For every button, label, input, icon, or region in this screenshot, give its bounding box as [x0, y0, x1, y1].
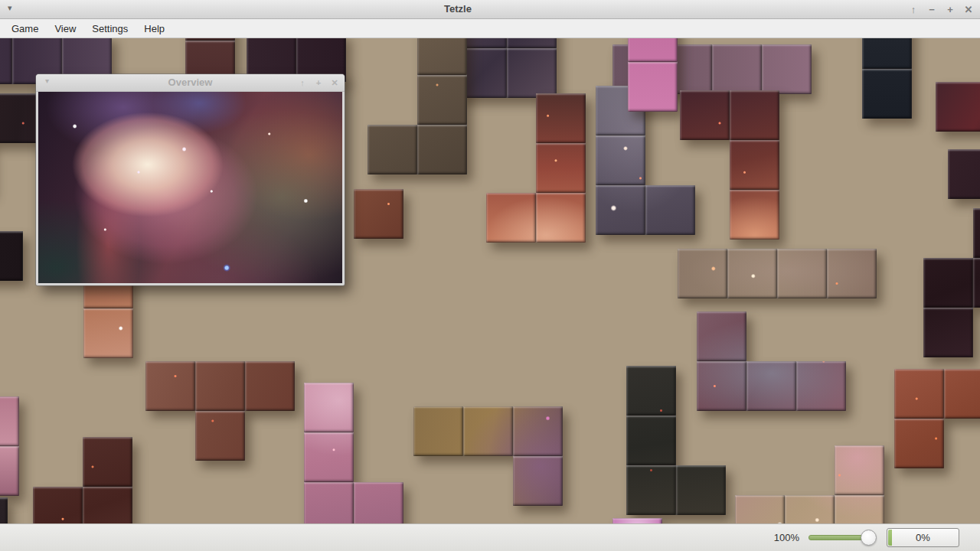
completion-progress-bar: 0%	[887, 528, 959, 547]
overview-close-button[interactable]: ✕	[330, 78, 339, 88]
piece-tile	[894, 419, 944, 468]
puzzle-piece-i-left[interactable]	[0, 396, 19, 496]
piece-tile	[796, 361, 846, 411]
piece-tile	[513, 406, 563, 456]
piece-tile	[628, 62, 678, 112]
piece-tile	[596, 185, 645, 235]
overview-controls: ↑+✕	[298, 74, 339, 91]
zoom-slider-handle[interactable]	[861, 530, 877, 546]
menu-item-game[interactable]: Game	[4, 21, 46, 37]
progress-value: 0%	[887, 529, 959, 546]
window-controls: ↑−+✕	[908, 0, 974, 19]
piece-tile	[0, 396, 19, 446]
piece-tile	[730, 90, 779, 140]
piece-tile	[862, 69, 912, 119]
overview-window[interactable]: ▾ Overview ↑+✕	[36, 74, 345, 285]
status-bar: 100% 0%	[0, 523, 980, 551]
piece-tile	[145, 361, 195, 411]
overview-maximize-button[interactable]: +	[314, 78, 323, 87]
piece-tile	[626, 465, 676, 515]
close-button[interactable]: ✕	[963, 4, 974, 15]
piece-tile	[628, 38, 678, 62]
puzzle-piece-ab-rust[interactable]	[894, 369, 980, 468]
puzzle-piece-j2-mauve[interactable]	[697, 311, 846, 411]
puzzle-piece-r-rust[interactable]	[486, 93, 586, 243]
piece-tile	[304, 482, 354, 523]
puzzle-piece-u-piece[interactable]	[680, 90, 779, 240]
puzzle-piece-c-top[interactable]	[457, 38, 557, 98]
window-title: Tetzle	[0, 3, 916, 15]
piece-tile	[894, 369, 944, 419]
puzzle-piece-f-top[interactable]	[936, 82, 980, 132]
piece-tile	[536, 93, 586, 143]
minimize-button[interactable]: −	[926, 4, 937, 15]
puzzle-piece-w-dark[interactable]	[923, 208, 980, 357]
piece-tile	[304, 383, 354, 432]
piece-tile	[507, 38, 557, 48]
piece-tile	[923, 308, 973, 357]
puzzle-piece-x2-tile[interactable]	[354, 189, 403, 239]
piece-tile	[417, 75, 467, 125]
piece-tile	[835, 445, 884, 495]
piece-tile	[697, 361, 746, 411]
maximize-button[interactable]: +	[945, 4, 956, 15]
menu-item-view[interactable]: View	[47, 21, 83, 37]
piece-tile	[463, 406, 513, 456]
puzzle-piece-l-pink[interactable]	[304, 383, 403, 523]
piece-tile	[777, 249, 827, 298]
overview-titlebar[interactable]: ▾ Overview ↑+✕	[36, 74, 345, 92]
puzzle-piece-q-olive[interactable]	[368, 38, 467, 174]
menu-item-help[interactable]: Help	[136, 21, 172, 37]
tetzle-window: ▾ Tetzle ↑−+✕ GameViewSettingsHelp ▾ Ove…	[0, 0, 980, 551]
piece-tile	[835, 495, 884, 523]
puzzle-piece-z-magenta[interactable]	[612, 518, 662, 523]
piece-tile	[730, 140, 779, 190]
menu-item-settings[interactable]: Settings	[84, 21, 136, 37]
piece-tile	[680, 90, 730, 140]
puzzle-piece-v-ibar[interactable]	[678, 249, 877, 298]
puzzle-piece-x-golden[interactable]	[413, 406, 563, 506]
piece-tile	[676, 465, 726, 515]
piece-tile	[83, 308, 133, 358]
piece-tile	[626, 366, 676, 416]
puzzle-piece-lb-sliver[interactable]	[0, 497, 8, 523]
piece-tile	[195, 411, 245, 461]
piece-tile	[730, 190, 779, 240]
piece-tile	[612, 518, 662, 523]
overview-shade-button[interactable]: ↑	[298, 78, 307, 87]
shade-button[interactable]: ↑	[908, 4, 919, 15]
puzzle-piece-h-left[interactable]	[0, 231, 23, 281]
puzzle-piece-m-tleft[interactable]	[33, 437, 132, 523]
piece-tile	[304, 432, 354, 482]
piece-tile	[368, 125, 417, 174]
piece-tile	[936, 82, 980, 132]
piece-tile	[827, 249, 877, 298]
piece-tile	[513, 456, 563, 506]
piece-tile	[785, 495, 835, 523]
piece-tile	[417, 125, 467, 174]
piece-tile	[862, 38, 912, 69]
puzzle-piece-f2-top[interactable]	[948, 149, 980, 199]
zoom-level-label: 100%	[774, 532, 799, 543]
puzzle-piece-t-pink[interactable]	[628, 38, 678, 112]
puzzle-piece-k-tee[interactable]	[145, 361, 295, 461]
piece-tile	[735, 495, 785, 523]
piece-tile	[0, 38, 12, 84]
piece-tile	[536, 193, 586, 243]
piece-tile	[0, 93, 41, 143]
piece-tile	[727, 249, 777, 298]
piece-tile	[746, 361, 796, 411]
piece-tile	[948, 149, 980, 199]
piece-tile	[354, 189, 403, 239]
title-bar[interactable]: ▾ Tetzle ↑−+✕	[0, 0, 980, 19]
piece-tile	[536, 143, 586, 193]
piece-tile	[712, 44, 762, 94]
piece-tile	[413, 406, 463, 456]
piece-tile	[973, 208, 980, 258]
piece-tile	[596, 135, 645, 185]
zoom-slider[interactable]	[808, 535, 870, 540]
piece-tile	[0, 231, 23, 281]
puzzle-piece-aa-bright[interactable]	[735, 445, 884, 523]
puzzle-piece-e-top[interactable]	[862, 38, 912, 119]
piece-tile	[83, 487, 132, 523]
